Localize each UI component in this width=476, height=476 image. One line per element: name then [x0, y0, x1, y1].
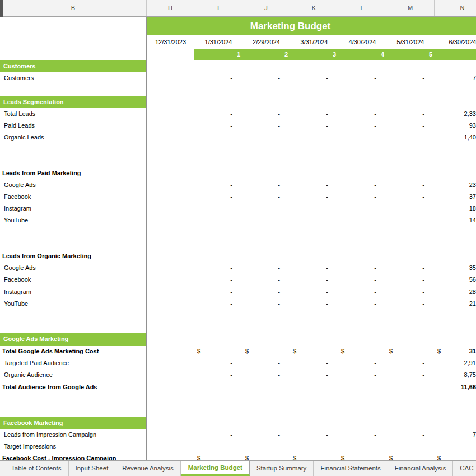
cell[interactable] [435, 156, 476, 167]
row-label-cell[interactable] [0, 156, 147, 167]
cell[interactable] [386, 417, 435, 429]
row-label-cell[interactable]: YouTube [0, 214, 147, 226]
cell[interactable] [147, 132, 194, 143]
cell[interactable]: - [338, 262, 386, 274]
period-number-cell[interactable]: 4 [338, 49, 386, 60]
cell[interactable]: - [386, 191, 435, 203]
cell[interactable]: - [290, 132, 338, 143]
cell[interactable] [435, 143, 476, 155]
cell[interactable] [147, 239, 194, 250]
cell[interactable] [290, 310, 338, 321]
date-cell[interactable]: 3/31/2024 [290, 36, 338, 49]
cell[interactable] [147, 381, 194, 393]
cell[interactable]: - [290, 203, 338, 214]
cell[interactable] [290, 167, 338, 179]
column-header-J[interactable]: J [242, 0, 290, 16]
cell[interactable] [386, 321, 435, 333]
date-cell[interactable]: 1/31/2024 [194, 36, 242, 49]
cell[interactable]: - [194, 72, 242, 84]
cell[interactable]: 7 [435, 429, 476, 441]
section-banner-cell[interactable]: Google Ads Marketing [0, 333, 147, 345]
cell[interactable] [435, 441, 476, 452]
cell[interactable] [147, 214, 194, 226]
cell[interactable] [435, 96, 476, 108]
cell[interactable] [338, 143, 386, 155]
cell[interactable]: - [290, 429, 338, 441]
cell[interactable] [242, 167, 290, 179]
cell[interactable]: - [338, 179, 386, 191]
cell[interactable] [290, 156, 338, 167]
cell[interactable] [338, 167, 386, 179]
cell[interactable] [435, 417, 476, 429]
cell[interactable] [147, 333, 194, 345]
cell[interactable] [194, 84, 242, 96]
cell[interactable] [147, 167, 194, 179]
tab-marketing-budget[interactable]: Marketing Budget [181, 460, 250, 476]
cell[interactable]: - [194, 179, 242, 191]
cell[interactable]: - [290, 298, 338, 310]
cell[interactable]: - [290, 274, 338, 286]
cell[interactable]: - [338, 274, 386, 286]
cell[interactable] [290, 393, 338, 405]
cell[interactable] [147, 274, 194, 286]
cell[interactable] [194, 310, 242, 321]
row-label-cell[interactable]: Total Leads [0, 108, 147, 120]
cell[interactable] [147, 60, 194, 72]
cell[interactable] [290, 96, 338, 108]
cell[interactable]: - [386, 381, 435, 393]
row-label-cell[interactable] [0, 143, 147, 155]
cell[interactable]: - [386, 262, 435, 274]
cell[interactable]: - [194, 381, 242, 393]
cell[interactable] [194, 250, 242, 262]
cell[interactable] [242, 143, 290, 155]
cell[interactable] [194, 333, 242, 345]
cell[interactable]: - [290, 381, 338, 393]
cell[interactable]: - [242, 203, 290, 214]
cell[interactable]: - [386, 429, 435, 441]
cell[interactable] [242, 250, 290, 262]
cell[interactable] [386, 227, 435, 239]
cell[interactable] [147, 393, 194, 405]
cell[interactable]: - [338, 381, 386, 393]
cell[interactable]: 56 [435, 274, 476, 286]
section-banner-cell[interactable]: Customers [0, 60, 147, 72]
cell[interactable] [194, 143, 242, 155]
cell[interactable] [242, 405, 290, 417]
cell[interactable]: - [386, 132, 435, 143]
cell[interactable]: - [386, 72, 435, 84]
cell[interactable]: - [386, 357, 435, 369]
cell[interactable] [435, 60, 476, 72]
cell[interactable]: - [242, 298, 290, 310]
cell[interactable] [147, 346, 194, 357]
cell[interactable] [194, 393, 242, 405]
cell[interactable] [194, 60, 242, 72]
row-label-cell[interactable]: Leads from Paid Marketing [0, 167, 147, 179]
cell[interactable] [194, 167, 242, 179]
cell[interactable] [194, 321, 242, 333]
cell[interactable]: - [386, 179, 435, 191]
cell[interactable] [242, 60, 290, 72]
cell[interactable] [147, 369, 194, 381]
column-header-I[interactable]: I [194, 0, 242, 16]
cell[interactable] [435, 227, 476, 239]
cell[interactable]: 37 [435, 191, 476, 203]
cell[interactable] [290, 417, 338, 429]
cell[interactable] [147, 250, 194, 262]
cell[interactable] [242, 96, 290, 108]
cell[interactable]: - [242, 262, 290, 274]
cell[interactable] [194, 227, 242, 239]
cell[interactable]: $- [290, 346, 338, 357]
cell[interactable]: 23 [435, 179, 476, 191]
cell[interactable] [435, 393, 476, 405]
cell[interactable] [386, 84, 435, 96]
row-label-cell[interactable]: Facebook [0, 191, 147, 203]
cell[interactable]: - [242, 357, 290, 369]
cell[interactable] [435, 333, 476, 345]
cell[interactable] [290, 405, 338, 417]
date-cell[interactable]: 6/30/2024 [435, 36, 476, 49]
cell[interactable] [435, 321, 476, 333]
cell[interactable]: - [290, 191, 338, 203]
cell[interactable]: 1,40 [435, 132, 476, 143]
cell[interactable]: - [386, 298, 435, 310]
cell[interactable] [386, 156, 435, 167]
